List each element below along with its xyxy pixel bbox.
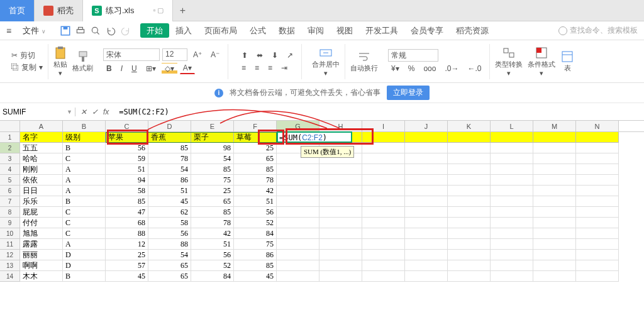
orientation-icon[interactable]: ↗: [284, 50, 296, 61]
cell-J2[interactable]: [405, 143, 448, 153]
cell-C6[interactable]: 58: [106, 186, 148, 196]
align-top-icon[interactable]: ⬆: [238, 50, 251, 61]
col-header-J[interactable]: J: [405, 121, 448, 131]
col-header-E[interactable]: E: [191, 121, 234, 131]
cell-K7[interactable]: [448, 196, 491, 207]
cell-G13[interactable]: [277, 260, 319, 271]
cell-E11[interactable]: 51: [191, 239, 234, 250]
cell-D8[interactable]: 62: [148, 207, 191, 218]
cell-H5[interactable]: [319, 175, 362, 186]
cell-D3[interactable]: 78: [148, 153, 191, 164]
cell-J11[interactable]: [405, 239, 448, 250]
file-menu[interactable]: 文件 ∨: [18, 24, 51, 38]
cell-N10[interactable]: [576, 228, 619, 239]
menu-开发工具[interactable]: 开发工具: [359, 23, 404, 38]
cell-E5[interactable]: 75: [191, 175, 234, 186]
cell-B1[interactable]: 级别: [63, 132, 106, 143]
cell-F13[interactable]: 85: [234, 260, 277, 271]
row-header-12[interactable]: 12: [0, 250, 20, 260]
cell-J14[interactable]: [405, 271, 448, 282]
font-color-button[interactable]: A▾: [180, 62, 195, 74]
cell-M2[interactable]: [533, 143, 576, 153]
menu-审阅[interactable]: 审阅: [301, 23, 330, 38]
cell-J6[interactable]: [405, 186, 448, 196]
cell-I14[interactable]: [362, 271, 405, 282]
col-header-I[interactable]: I: [362, 121, 405, 131]
cell-J5[interactable]: [405, 175, 448, 186]
cell-G14[interactable]: [277, 271, 319, 282]
row-header-11[interactable]: 11: [0, 239, 20, 250]
cell-N2[interactable]: [576, 143, 619, 153]
cell-I3[interactable]: [362, 153, 405, 164]
row-header-3[interactable]: 3: [0, 153, 20, 164]
cell-M4[interactable]: [533, 164, 576, 175]
cell-E8[interactable]: 85: [191, 207, 234, 218]
cell-J3[interactable]: [405, 153, 448, 164]
cell-J9[interactable]: [405, 218, 448, 228]
align-middle-icon[interactable]: ⬌: [253, 50, 266, 61]
cell-N13[interactable]: [576, 260, 619, 271]
align-center-icon[interactable]: ≡: [252, 62, 262, 74]
cell-M5[interactable]: [533, 175, 576, 186]
cell-C14[interactable]: 45: [106, 271, 148, 282]
save-icon[interactable]: [60, 25, 71, 36]
cell-C5[interactable]: 94: [106, 175, 148, 186]
cell-C7[interactable]: 85: [106, 196, 148, 207]
border-button[interactable]: ⊞▾: [143, 63, 159, 74]
cell-D10[interactable]: 56: [148, 228, 191, 239]
col-header-B[interactable]: B: [63, 121, 106, 131]
cell-I8[interactable]: [362, 207, 405, 218]
row-header-13[interactable]: 13: [0, 260, 20, 271]
cell-B6[interactable]: A: [63, 186, 106, 196]
row-header-7[interactable]: 7: [0, 196, 20, 207]
italic-button[interactable]: I: [118, 63, 126, 74]
redo-icon[interactable]: [120, 25, 131, 36]
cond-format-button[interactable]: 条件格式▾: [528, 46, 555, 77]
cell-K1[interactable]: [448, 132, 491, 143]
cell-E3[interactable]: 54: [191, 153, 234, 164]
cell-D1[interactable]: 香蕉: [148, 132, 191, 143]
cell-D2[interactable]: 85: [148, 143, 191, 153]
cell-F14[interactable]: 45: [234, 271, 277, 282]
cell-H7[interactable]: [319, 196, 362, 207]
cell-A10[interactable]: 旭旭: [20, 228, 63, 239]
col-header-F[interactable]: F: [234, 121, 277, 131]
cell-F10[interactable]: 84: [234, 228, 277, 239]
row-header-9[interactable]: 9: [0, 218, 20, 228]
table-style-button[interactable]: 表: [560, 50, 574, 73]
cell-H11[interactable]: [319, 239, 362, 250]
percent-icon[interactable]: %: [405, 63, 418, 74]
cell-K11[interactable]: [448, 239, 491, 250]
cell-A2[interactable]: 五五: [20, 143, 63, 153]
cell-A1[interactable]: 名字: [20, 132, 63, 143]
type-convert-button[interactable]: 类型转换▾: [495, 46, 523, 77]
accept-formula-icon[interactable]: ✓: [92, 108, 98, 116]
cell-E6[interactable]: 25: [191, 186, 234, 196]
cell-F7[interactable]: 51: [234, 196, 277, 207]
cell-L12[interactable]: [491, 250, 533, 260]
align-left-icon[interactable]: ≡: [238, 62, 249, 74]
cell-A14[interactable]: 木木: [20, 271, 63, 282]
cell-M3[interactable]: [533, 153, 576, 164]
cell-K4[interactable]: [448, 164, 491, 175]
wrap-text-button[interactable]: 自动换行: [350, 50, 378, 73]
cell-A5[interactable]: 依依: [20, 175, 63, 186]
col-header-K[interactable]: K: [448, 121, 491, 131]
cell-E7[interactable]: 65: [191, 196, 234, 207]
tab-window-controls[interactable]: ▫ ▢: [153, 6, 164, 14]
cell-A9[interactable]: 付付: [20, 218, 63, 228]
cell-D9[interactable]: 58: [148, 218, 191, 228]
cell-B5[interactable]: A: [63, 175, 106, 186]
merge-center-button[interactable]: 合并居中▾: [312, 46, 340, 77]
cell-D12[interactable]: 54: [148, 250, 191, 260]
cell-C3[interactable]: 59: [106, 153, 148, 164]
paste-button[interactable]: 粘贴▾: [53, 46, 67, 77]
add-tab-button[interactable]: +: [173, 5, 192, 16]
cell-K12[interactable]: [448, 250, 491, 260]
cell-H13[interactable]: [319, 260, 362, 271]
col-header-A[interactable]: A: [20, 121, 63, 131]
cell-K13[interactable]: [448, 260, 491, 271]
cell-L4[interactable]: [491, 164, 533, 175]
cell-E2[interactable]: 98: [191, 143, 234, 153]
cell-F11[interactable]: 75: [234, 239, 277, 250]
